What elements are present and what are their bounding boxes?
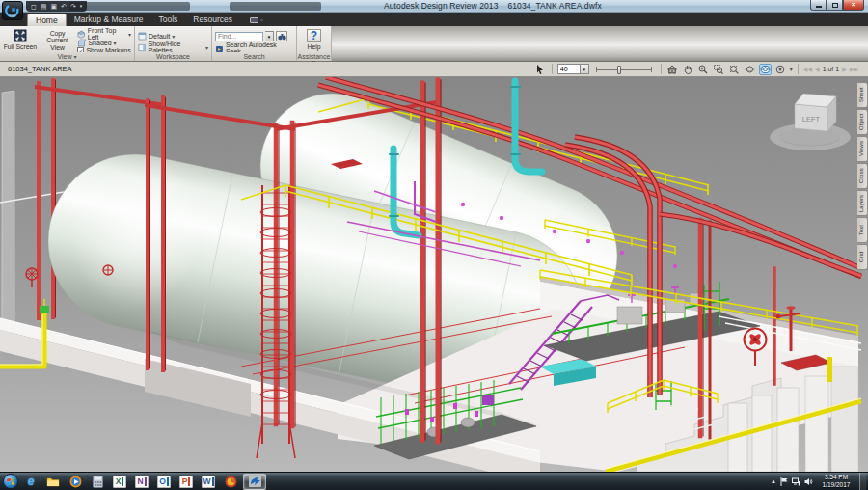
slider-thumb[interactable] bbox=[617, 66, 621, 74]
zoom-window-icon[interactable] bbox=[713, 64, 725, 75]
tab-tools[interactable]: Tools bbox=[151, 14, 186, 26]
slider-track bbox=[596, 69, 652, 70]
redo-icon[interactable]: ↷ bbox=[70, 3, 76, 10]
minimize-icon bbox=[816, 6, 822, 8]
system-tray: ▲ 3:54 PM 1/19/2017 bbox=[771, 473, 868, 490]
binoculars-icon bbox=[278, 33, 286, 41]
zoom-dropdown-button[interactable]: ▾ bbox=[581, 64, 589, 74]
show-hide-palettes-button[interactable]: Show/Hide Palettes bbox=[138, 43, 208, 51]
zoom-value-input[interactable] bbox=[557, 64, 581, 74]
tab-markup-measure[interactable]: Markup & Measure bbox=[67, 14, 151, 26]
full-navigation-wheel-icon[interactable] bbox=[774, 64, 787, 75]
taskbar-onenote[interactable]: N bbox=[132, 474, 151, 490]
help-label: Help bbox=[308, 43, 321, 50]
find-input[interactable] bbox=[215, 32, 263, 41]
clock-time: 3:54 PM bbox=[817, 474, 855, 481]
open-icon[interactable]: ◻ bbox=[31, 3, 37, 10]
network-icon[interactable] bbox=[792, 477, 800, 486]
steering-wheel-icon[interactable] bbox=[759, 64, 772, 75]
tab-home[interactable]: Home bbox=[27, 14, 67, 26]
model-3d-scene[interactable]: LEFT bbox=[0, 77, 868, 472]
taskbar-powerpoint[interactable]: P bbox=[176, 474, 196, 490]
design-review-logo-icon: REV bbox=[5, 3, 20, 18]
taskbar-calculator[interactable] bbox=[88, 474, 107, 490]
tab-resources[interactable]: Resources bbox=[185, 14, 240, 26]
palettes-icon bbox=[138, 43, 146, 52]
palette-tab-sheet-properties[interactable]: Sheet Properties bbox=[857, 82, 868, 108]
palette-tab-layers[interactable]: Layers bbox=[857, 190, 868, 216]
palette-tab-views[interactable]: Views bbox=[857, 136, 868, 162]
taskbar-excel[interactable]: X bbox=[110, 474, 129, 490]
screencast-menu[interactable] bbox=[250, 14, 263, 26]
search-autodesk-seek-button[interactable]: Search Autodesk Seek bbox=[215, 44, 293, 52]
full-screen-icon bbox=[14, 29, 27, 42]
print-icon[interactable]: ▣ bbox=[50, 3, 57, 10]
volume-icon[interactable] bbox=[804, 477, 813, 486]
palette-tab-text-data[interactable]: Text Data bbox=[857, 217, 868, 243]
outlook-icon: O bbox=[157, 476, 171, 488]
powerpoint-icon: P bbox=[179, 476, 193, 488]
zoom-fit-icon[interactable] bbox=[728, 64, 741, 75]
chevron-down-icon bbox=[114, 40, 117, 46]
pan-tool-icon[interactable] bbox=[682, 64, 694, 75]
show-desktop-button[interactable] bbox=[859, 473, 866, 490]
default-workspace-button[interactable]: Default bbox=[138, 32, 208, 40]
window-title: Autodesk Design Review 201361034_TANK AR… bbox=[384, 1, 602, 11]
qat-menu-icon[interactable]: ▾ bbox=[80, 4, 83, 9]
taskbar-clock[interactable]: 3:54 PM 1/19/2017 bbox=[817, 474, 855, 490]
next-page-icon[interactable]: ▶ bbox=[842, 66, 847, 72]
palette-tab-strip: Sheet Properties Object Properties Views… bbox=[857, 82, 868, 270]
chevron-down-icon bbox=[73, 53, 76, 60]
orbit-tool-icon[interactable] bbox=[744, 64, 756, 75]
palette-tab-cross-sections[interactable]: Cross Sections bbox=[857, 163, 868, 189]
assistance-group-label: Assistance bbox=[297, 52, 331, 61]
taskbar-internet-explorer[interactable]: e bbox=[21, 474, 41, 490]
front-top-left-button[interactable]: Front Top Left bbox=[77, 30, 131, 38]
show-hidden-icons[interactable]: ▲ bbox=[771, 478, 776, 484]
taskbar-outlook[interactable]: O bbox=[154, 474, 174, 490]
taskbar-word[interactable]: W bbox=[199, 474, 218, 490]
chevron-down-icon[interactable] bbox=[790, 65, 793, 73]
action-center-flag-icon[interactable] bbox=[780, 477, 788, 486]
start-button[interactable] bbox=[3, 474, 18, 489]
close-button[interactable]: × bbox=[843, 0, 864, 11]
copy-current-view-button[interactable]: Copy Current View bbox=[41, 28, 75, 51]
first-page-icon[interactable]: ◀◀ bbox=[803, 66, 812, 72]
previous-page-icon[interactable]: ◀ bbox=[815, 66, 820, 72]
viewcube-face-label[interactable]: LEFT bbox=[802, 115, 821, 123]
page-indicator: 1 of 1 bbox=[823, 66, 840, 72]
document-title: 61034_TANK AREA.dwfx bbox=[507, 1, 601, 11]
workspace-icon bbox=[138, 32, 147, 41]
select-tool-icon[interactable] bbox=[534, 64, 547, 75]
ribbon-tab-row: Home Markup & Measure Tools Resources bbox=[0, 13, 868, 26]
taskbar-media-player[interactable] bbox=[66, 474, 85, 490]
maximize-button[interactable] bbox=[827, 0, 843, 11]
word-icon: W bbox=[202, 476, 215, 488]
home-view-icon[interactable] bbox=[666, 64, 679, 75]
palette-tab-object-properties[interactable]: Object Properties bbox=[857, 109, 868, 135]
model-viewport[interactable]: LEFT Sheet Properties Object Properties … bbox=[0, 77, 868, 472]
workspace-group-label: Workspace bbox=[135, 52, 211, 61]
separator bbox=[661, 64, 662, 74]
find-dropdown-button[interactable]: ▾ bbox=[265, 31, 274, 41]
minimize-button[interactable] bbox=[810, 0, 827, 11]
canvas-toolbar: 61034_TANK AREA ▾ bbox=[0, 62, 868, 77]
shaded-button[interactable]: Shaded bbox=[77, 39, 131, 46]
help-button[interactable]: ? Help bbox=[300, 28, 328, 51]
save-icon[interactable]: ▤ bbox=[41, 3, 47, 10]
document-tab[interactable]: 61034_TANK AREA bbox=[8, 65, 72, 73]
screen-icon bbox=[250, 17, 258, 23]
last-page-icon[interactable]: ▶▶ bbox=[850, 66, 858, 72]
find-button[interactable] bbox=[276, 31, 287, 41]
title-bar: Autodesk Design Review 201361034_TANK AR… bbox=[0, 0, 868, 13]
taskbar-design-review[interactable] bbox=[243, 474, 266, 490]
palette-tab-grid-data[interactable]: Grid Data bbox=[857, 244, 868, 270]
full-screen-button[interactable]: Full Screen bbox=[3, 28, 38, 51]
application-menu-button[interactable]: REV bbox=[2, 1, 23, 20]
zoom-tool-icon[interactable] bbox=[697, 64, 710, 75]
view-group-label[interactable]: View bbox=[0, 52, 134, 61]
taskbar-app-colored[interactable] bbox=[221, 474, 240, 490]
undo-icon[interactable]: ↶ bbox=[61, 3, 67, 10]
zoom-slider[interactable] bbox=[592, 64, 656, 75]
taskbar-windows-explorer[interactable] bbox=[43, 474, 63, 490]
